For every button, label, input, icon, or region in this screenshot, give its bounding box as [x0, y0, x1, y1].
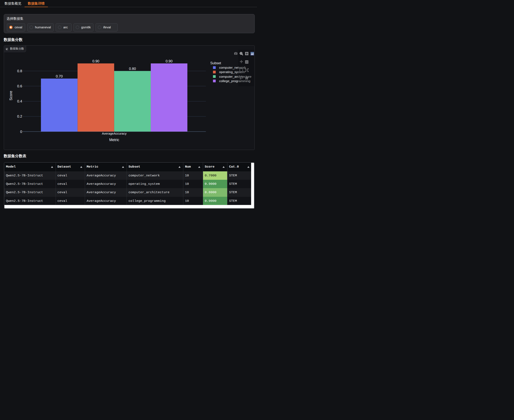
svg-text:0.2: 0.2 [17, 114, 22, 119]
svg-text:Metric: Metric [109, 138, 119, 142]
svg-text:0.6: 0.6 [17, 84, 22, 88]
svg-text:0.4: 0.4 [17, 99, 22, 103]
svg-text:0: 0 [20, 130, 22, 134]
svg-text:AverageAccuracy: AverageAccuracy [102, 132, 127, 135]
svg-text:Score: Score [9, 91, 13, 100]
svg-text:0.70: 0.70 [56, 74, 63, 78]
svg-text:0.90: 0.90 [166, 59, 173, 63]
svg-text:0.8: 0.8 [17, 69, 22, 73]
svg-text:0.90: 0.90 [92, 59, 99, 63]
svg-text:Subset: Subset [210, 61, 221, 65]
svg-text:0.80: 0.80 [129, 67, 136, 71]
